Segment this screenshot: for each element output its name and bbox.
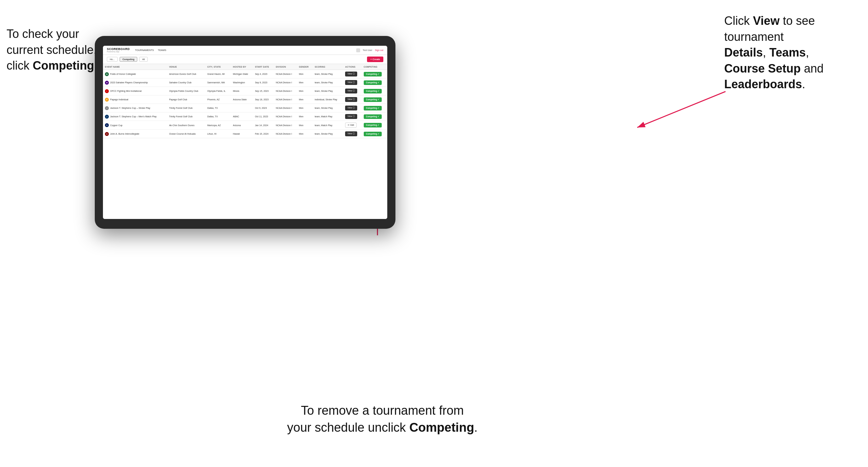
event-name-cell: JJackson T. Stephens Cup – Men's Match P…	[103, 113, 167, 121]
team-logo: W	[105, 81, 109, 85]
division-cell: NCAA Division I	[274, 104, 297, 113]
table-row: JJackson T. Stephens Cup – Stroke PlayTr…	[103, 104, 387, 113]
start-date-cell: Sep 15, 2023	[253, 87, 274, 95]
col-actions: ACTIONS	[343, 64, 362, 70]
venue-cell: Sahalee Country Club	[167, 79, 205, 87]
view-button[interactable]: View ⓘ	[345, 71, 357, 76]
filter-home-btn[interactable]: Ho...	[107, 57, 118, 62]
city-state-cell: Dallas, TX	[205, 113, 231, 121]
table-row: W2023 Sahalee Players ChampionshipSahale…	[103, 79, 387, 87]
gender-cell: Men	[297, 130, 313, 138]
tablet-shell: SCOREBOARD Powered by clipp TOURNAMENTS …	[95, 36, 396, 229]
event-name: 2023 Sahalee Players Championship	[110, 82, 148, 84]
team-logo: I	[105, 89, 109, 93]
col-venue: VENUE	[167, 64, 205, 70]
view-button[interactable]: View ⓘ	[345, 131, 357, 136]
scoring-cell: team, Stroke Play	[313, 79, 343, 87]
start-date-cell: Feb 15, 2024	[253, 130, 274, 138]
actions-cell: View ⓘ	[343, 130, 362, 138]
hosted-by-cell	[231, 104, 253, 113]
actions-cell: ✏ Edit	[343, 121, 362, 130]
team-logo: P	[105, 98, 109, 102]
competing-cell: Competing ✓	[362, 87, 387, 95]
team-logo: M	[105, 72, 109, 76]
tournaments-table: EVENT NAME VENUE CITY, STATE HOSTED BY S…	[103, 64, 387, 138]
event-name: John A. Burns Intercollegiate	[110, 133, 139, 135]
start-date-cell: Sep 9, 2023	[253, 79, 274, 87]
hosted-by-cell: Illinois	[231, 87, 253, 95]
competing-cell: Competing ✓	[362, 70, 387, 79]
actions-cell: View ⓘ	[343, 104, 362, 113]
create-button[interactable]: + Create	[367, 57, 383, 62]
competing-cell: Competing ✓	[362, 95, 387, 104]
event-name: Papago Individual	[110, 98, 128, 101]
event-name-cell: HJohn A. Burns Intercollegiate	[103, 130, 167, 138]
venue-cell: Olympia Fields Country Club	[167, 87, 205, 95]
competing-badge[interactable]: Competing ✓	[364, 97, 382, 102]
gender-cell: Men	[297, 70, 313, 79]
gender-cell: Men	[297, 104, 313, 113]
view-button[interactable]: View ⓘ	[345, 105, 357, 111]
venue-cell: American Dunes Golf Club	[167, 70, 205, 79]
view-button[interactable]: View ⓘ	[345, 80, 357, 85]
col-event-name: EVENT NAME	[103, 64, 167, 70]
app-container: SCOREBOARD Powered by clipp TOURNAMENTS …	[103, 46, 387, 219]
city-state-cell: Dallas, TX	[205, 104, 231, 113]
brand-sub: Powered by clipp	[107, 51, 130, 53]
nav-tournaments[interactable]: TOURNAMENTS	[135, 49, 154, 52]
competing-badge[interactable]: Competing ✓	[364, 132, 382, 136]
event-name-cell: PPapago Individual	[103, 95, 167, 104]
filter-competing-btn[interactable]: Competing	[120, 57, 137, 62]
table-row: MFolds of Honor CollegiateAmerican Dunes…	[103, 70, 387, 79]
city-state-cell: Olympia Fields, IL	[205, 87, 231, 95]
view-button[interactable]: View ⓘ	[345, 114, 357, 119]
tablet-screen: SCOREBOARD Powered by clipp TOURNAMENTS …	[103, 46, 387, 219]
col-start-date: START DATE	[253, 64, 274, 70]
table-body: MFolds of Honor CollegiateAmerican Dunes…	[103, 70, 387, 138]
competing-badge[interactable]: Competing ✓	[364, 72, 382, 76]
city-state-cell: Maricopa, AZ	[205, 121, 231, 130]
filter-all-btn[interactable]: All	[139, 57, 148, 62]
competing-badge[interactable]: Competing ✓	[364, 123, 382, 127]
competing-badge[interactable]: Competing ✓	[364, 81, 382, 85]
view-button[interactable]: View ⓘ	[345, 89, 357, 93]
view-button[interactable]: View ⓘ	[345, 97, 357, 102]
competing-cell: Competing ✓	[362, 104, 387, 113]
competing-cell: Competing ✓	[362, 130, 387, 138]
venue-cell: Ocean Course At Hokuala	[167, 130, 205, 138]
event-name: OFCC Fighting Illini Invitational	[110, 90, 142, 92]
col-hosted-by: HOSTED BY	[231, 64, 253, 70]
competing-badge[interactable]: Competing ✓	[364, 114, 382, 119]
venue-cell: Papago Golf Club	[167, 95, 205, 104]
gender-cell: Men	[297, 79, 313, 87]
city-state-cell: Sammamish, WA	[205, 79, 231, 87]
nav-user: Test User	[363, 49, 373, 51]
event-name-cell: JJackson T. Stephens Cup – Stroke Play	[103, 104, 167, 113]
col-division: DIVISION	[274, 64, 297, 70]
filter-bar: Ho... Competing All + Create	[103, 55, 387, 64]
actions-cell: View ⓘ	[343, 70, 362, 79]
annotation-bottom: To remove a tournament from your schedul…	[268, 402, 497, 436]
table-row: PPapago IndividualPapago Golf ClubPhoeni…	[103, 95, 387, 104]
event-name-cell: W2023 Sahalee Players Championship	[103, 79, 167, 87]
team-logo: J	[105, 106, 109, 110]
gender-cell: Men	[297, 95, 313, 104]
scoring-cell: individual, Stroke Play	[313, 95, 343, 104]
nav-teams[interactable]: TEAMS	[158, 49, 166, 52]
table-row: HJohn A. Burns IntercollegiateOcean Cour…	[103, 130, 387, 138]
competing-badge[interactable]: Competing ✓	[364, 106, 382, 111]
col-gender: GENDER	[297, 64, 313, 70]
event-name: Jackson T. Stephens Cup – Stroke Play	[110, 107, 150, 109]
nav-links: TOURNAMENTS TEAMS	[135, 49, 166, 52]
competing-badge[interactable]: Competing ✓	[364, 89, 382, 93]
hosted-by-cell: Michigan State	[231, 70, 253, 79]
event-name-cell: MFolds of Honor Collegiate	[103, 70, 167, 79]
table-row: JJackson T. Stephens Cup – Men's Match P…	[103, 113, 387, 121]
nav-signout[interactable]: Sign out	[375, 49, 383, 51]
event-name: Copper Cup	[110, 124, 123, 126]
gender-cell: Men	[297, 121, 313, 130]
division-cell: NCAA Division I	[274, 113, 297, 121]
division-cell: NCAA Division I	[274, 70, 297, 79]
edit-button[interactable]: ✏ Edit	[345, 123, 356, 128]
col-competing: COMPETING	[362, 64, 387, 70]
